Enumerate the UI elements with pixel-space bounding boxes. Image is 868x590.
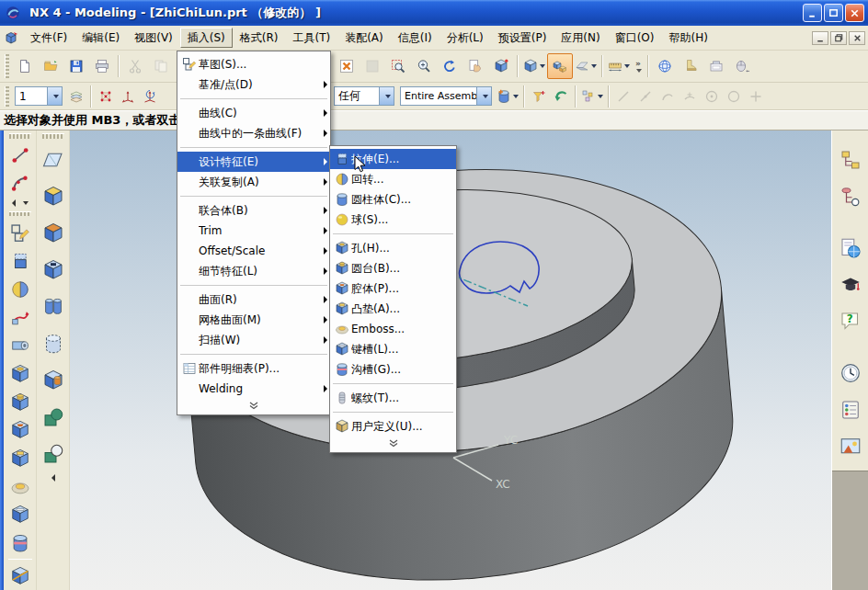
- tutorials-tab[interactable]: [836, 268, 865, 301]
- history-tab[interactable]: [836, 357, 865, 390]
- chevron-down-icon[interactable]: [511, 95, 519, 98]
- menubar-item[interactable]: 帮助(H): [662, 28, 715, 48]
- type-filter-combo[interactable]: 任何: [334, 86, 394, 106]
- menu-item[interactable]: 螺纹(T)...: [330, 388, 456, 408]
- snap-arc-center-button[interactable]: [701, 85, 723, 108]
- menu-item[interactable]: 曲面(R): [177, 289, 330, 310]
- menu-item[interactable]: 草图(S)...: [177, 54, 330, 74]
- basic-arc-button[interactable]: [6, 170, 34, 197]
- menu-item[interactable]: 球(S)...: [330, 210, 456, 230]
- palette-tab[interactable]: [836, 393, 865, 426]
- minimize-button[interactable]: [803, 4, 822, 22]
- shaded-view-button[interactable]: [488, 53, 514, 79]
- menu-expand-chevron[interactable]: [177, 399, 330, 412]
- datum-plane-button[interactable]: [40, 142, 67, 177]
- chevron-down-icon[interactable]: [476, 87, 491, 105]
- menu-item[interactable]: Trim: [177, 221, 330, 241]
- chevron-down-icon[interactable]: [596, 95, 603, 98]
- slot-button[interactable]: [40, 253, 67, 288]
- menu-item[interactable]: 拉伸(E)...: [330, 149, 456, 169]
- snap-quadrant-button[interactable]: [679, 85, 701, 108]
- sketch-button[interactable]: [6, 220, 34, 246]
- menubar-item[interactable]: 编辑(E): [74, 28, 127, 48]
- chevron-left-icon[interactable]: [12, 199, 16, 207]
- mdi-restore-button[interactable]: [830, 31, 847, 45]
- menubar-item[interactable]: 装配(A): [337, 28, 391, 48]
- snap-curve-button[interactable]: [657, 85, 679, 108]
- menu-item[interactable]: 圆台(B)...: [330, 258, 456, 278]
- menubar-item[interactable]: 插入(S): [180, 28, 233, 48]
- menu-item[interactable]: 扫描(W): [177, 330, 330, 350]
- tube-button[interactable]: [6, 333, 34, 359]
- point-set-button[interactable]: [95, 85, 117, 108]
- hole-button[interactable]: [6, 361, 34, 388]
- create-feature-button[interactable]: [495, 85, 520, 108]
- box-output-button[interactable]: [703, 53, 729, 79]
- menu-item[interactable]: 腔体(P)...: [330, 278, 456, 299]
- menu-item[interactable]: 圆柱体(C)...: [330, 189, 456, 210]
- boolean-unite-button[interactable]: [40, 400, 67, 435]
- isometric-view-button[interactable]: [521, 53, 547, 79]
- new-button[interactable]: [12, 53, 38, 79]
- menu-item[interactable]: 部件明细表(P)...: [177, 358, 330, 379]
- keyslot-button[interactable]: [6, 502, 34, 528]
- display-mode-button[interactable]: [360, 53, 385, 79]
- menu-item[interactable]: 联合体(B): [177, 200, 330, 221]
- boss-button[interactable]: [6, 389, 34, 415]
- menu-item[interactable]: 细节特征(L): [177, 261, 330, 281]
- menu-item[interactable]: 键槽(L)...: [330, 339, 456, 359]
- sphere-analysis-button[interactable]: [652, 53, 678, 79]
- maximize-button[interactable]: [824, 4, 843, 22]
- menu-item[interactable]: 关联复制(A): [177, 172, 330, 192]
- revolve-button[interactable]: [6, 277, 34, 303]
- toolbar-overflow-button[interactable]: »: [632, 60, 645, 74]
- chevron-down-icon[interactable]: [47, 87, 62, 105]
- zoom-region-button[interactable]: [385, 53, 411, 79]
- menu-item[interactable]: 曲线(C): [177, 103, 330, 123]
- snap-filter-button[interactable]: [528, 85, 550, 108]
- instance-feature-button[interactable]: [40, 289, 67, 324]
- scope-combo[interactable]: Entire Assemb: [400, 86, 492, 106]
- cut-button[interactable]: [122, 53, 148, 79]
- menubar-item[interactable]: 预设置(P): [491, 28, 554, 48]
- shoe-design-button[interactable]: [678, 53, 703, 79]
- menubar-item[interactable]: 信息(I): [391, 28, 440, 48]
- pad-button[interactable]: [6, 446, 34, 472]
- menubar-item[interactable]: 分析(L): [440, 28, 491, 48]
- roles-tab[interactable]: [836, 430, 865, 463]
- menu-item[interactable]: 网格曲面(M): [177, 310, 330, 330]
- print-button[interactable]: [89, 53, 115, 79]
- menu-item[interactable]: Offset/Scale: [177, 241, 330, 261]
- web-browser-tab[interactable]: [836, 232, 865, 265]
- help-tab[interactable]: ?: [836, 305, 865, 338]
- menu-item[interactable]: Welding: [177, 379, 330, 399]
- toolbar-drag-handle[interactable]: [5, 54, 9, 78]
- chevron-down-icon[interactable]: [538, 64, 545, 68]
- menu-expand-chevron[interactable]: [330, 437, 456, 449]
- chevron-down-icon[interactable]: [23, 201, 29, 205]
- menu-item[interactable]: 曲线中的一条曲线(F): [177, 123, 330, 143]
- toolbar-drag-handle[interactable]: [42, 133, 64, 139]
- menubar-item[interactable]: 窗口(O): [608, 28, 662, 48]
- menu-item[interactable]: 凸垫(A)...: [330, 299, 456, 319]
- toolbar-drag-handle[interactable]: [9, 211, 31, 217]
- menu-item[interactable]: 沟槽(G)...: [330, 359, 456, 380]
- assembly-navigator-tab[interactable]: [836, 143, 865, 176]
- menu-item[interactable]: 孔(H)...: [330, 238, 456, 258]
- menu-item[interactable]: 用户定义(U)...: [330, 416, 456, 437]
- chevron-left-icon[interactable]: [51, 474, 55, 482]
- trim-body-button[interactable]: [6, 562, 34, 589]
- assembly-display-button[interactable]: [547, 53, 573, 79]
- sweep-button[interactable]: [6, 304, 34, 331]
- menu-item[interactable]: 设计特征(E): [177, 152, 330, 172]
- save-button[interactable]: [63, 53, 89, 79]
- open-button[interactable]: [38, 53, 63, 79]
- block-button[interactable]: [40, 179, 67, 214]
- wcs-dynamics-button[interactable]: [139, 85, 161, 108]
- fit-view-button[interactable]: [334, 53, 360, 79]
- snap-endpoint-button[interactable]: [612, 85, 634, 108]
- pad-feature-button[interactable]: [40, 216, 67, 251]
- groove-button[interactable]: [6, 530, 34, 557]
- wcs-orient-button[interactable]: [117, 85, 139, 108]
- measure-distance-button[interactable]: [606, 53, 632, 79]
